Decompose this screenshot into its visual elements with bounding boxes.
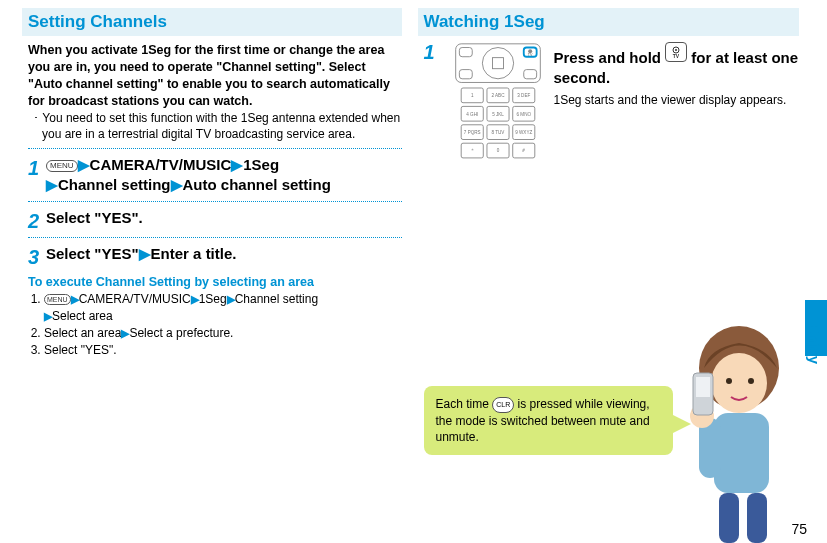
svg-point-37: [711, 353, 767, 413]
arrow-icon: ▶: [171, 176, 183, 193]
arrow-icon: ▶: [227, 293, 235, 305]
arrow-icon: ▶: [191, 293, 199, 305]
menu-icon: MENU: [46, 160, 78, 172]
section-bar-left: Setting Channels: [22, 8, 402, 36]
sub-step-3: Select "YES".: [44, 342, 402, 359]
sub-step-1: MENU▶CAMERA/TV/MUSIC▶1Seg▶Channel settin…: [44, 291, 402, 325]
separator: [28, 148, 402, 149]
bullet-text-content: You need to set this function with the 1…: [42, 111, 400, 141]
separator: [28, 201, 402, 202]
svg-rect-45: [719, 493, 739, 543]
svg-text:TV: TV: [673, 53, 680, 59]
svg-point-34: [675, 49, 677, 51]
sub2-a: Select an area: [44, 326, 121, 340]
speech-a: Each time: [436, 397, 493, 411]
step1-part-b: 1Seg: [243, 156, 279, 173]
right-step-main: Press and hold TV for at least one secon…: [554, 42, 800, 87]
svg-text:7 PQRS: 7 PQRS: [463, 130, 480, 135]
svg-text:5 JKL: 5 JKL: [492, 112, 504, 117]
tv-button-icon: TV: [665, 42, 687, 62]
menu-icon: MENU: [44, 294, 71, 305]
step3-part-b: Enter a title.: [151, 245, 237, 262]
step-2-body: Select "YES".: [46, 208, 143, 228]
bullet-text: ･ You need to set this function with the…: [42, 110, 402, 142]
step-1: 1 MENU▶CAMERA/TV/MUSIC▶1Seg ▶Channel set…: [28, 155, 402, 196]
right-step-text: Press and hold TV for at least one secon…: [554, 42, 800, 109]
step1-text-a: Press and hold: [554, 49, 666, 66]
step-number: 2: [28, 208, 46, 231]
svg-rect-2: [492, 58, 503, 69]
svg-point-38: [726, 378, 732, 384]
sub-heading: To execute Channel Setting by selecting …: [28, 275, 402, 289]
step-3: 3 Select "YES"▶Enter a title.: [28, 244, 402, 267]
right-step-1: 1 TV: [424, 42, 800, 165]
phone-keypad-icon: TV 12 ABC3 DEF 4 GHI5 JKL6 MNO 7 PQRS8 T…: [452, 42, 544, 165]
arrow-icon: ▶: [231, 156, 243, 173]
arrow-icon: ▶: [46, 176, 58, 193]
sub1-b: 1Seg: [199, 292, 227, 306]
step-1-body: MENU▶CAMERA/TV/MUSIC▶1Seg ▶Channel setti…: [46, 155, 331, 196]
speech-bubble: Each time CLR is pressed while viewing, …: [424, 386, 673, 455]
step-number: 1: [424, 42, 442, 62]
sub1-d: Select area: [52, 309, 113, 323]
sub-step-2: Select an area▶Select a prefecture.: [44, 325, 402, 342]
sub2-b: Select a prefecture.: [129, 326, 233, 340]
svg-text:1: 1: [470, 93, 473, 98]
arrow-icon: ▶: [78, 156, 90, 173]
svg-rect-46: [747, 493, 767, 543]
clr-button-icon: CLR: [492, 397, 514, 412]
svg-text:0: 0: [496, 148, 499, 153]
step3-part-a: Select "YES": [46, 245, 139, 262]
svg-text:＃: ＃: [521, 148, 526, 153]
svg-rect-7: [459, 70, 472, 79]
section-title-right: Watching 1Seg: [424, 12, 545, 31]
svg-text:4 GHI: 4 GHI: [466, 112, 478, 117]
separator: [28, 237, 402, 238]
svg-text:8 TUV: 8 TUV: [491, 130, 505, 135]
sub1-a: CAMERA/TV/MUSIC: [79, 292, 191, 306]
svg-rect-8: [523, 70, 536, 79]
svg-text:＊: ＊: [469, 148, 474, 153]
intro-text: When you activate 1Seg for the first tim…: [28, 42, 402, 110]
step1-part-d: Auto channel setting: [183, 176, 331, 193]
sub1-c: Channel setting: [235, 292, 318, 306]
step-number: 3: [28, 244, 46, 267]
step-3-body: Select "YES"▶Enter a title.: [46, 244, 236, 264]
step1-part-c: Channel setting: [58, 176, 171, 193]
section-title-left: Setting Channels: [28, 12, 167, 31]
character-illustration: [659, 313, 809, 543]
arrow-icon: ▶: [139, 245, 151, 262]
svg-text:3 DEF: 3 DEF: [517, 93, 530, 98]
page-number: 75: [791, 521, 807, 537]
svg-rect-3: [459, 48, 472, 57]
right-step-sub: 1Seg starts and the viewer display appea…: [554, 93, 800, 109]
arrow-icon: ▶: [44, 310, 52, 322]
svg-text:2 ABC: 2 ABC: [491, 93, 505, 98]
step-2: 2 Select "YES".: [28, 208, 402, 231]
svg-rect-40: [714, 413, 769, 493]
side-label: Enjoy: [806, 323, 823, 364]
svg-text:9 WXYZ: 9 WXYZ: [515, 130, 532, 135]
arrow-icon: ▶: [71, 293, 79, 305]
svg-text:TV: TV: [527, 53, 532, 57]
svg-text:6 MNO: 6 MNO: [516, 112, 531, 117]
step1-part-a: CAMERA/TV/MUSIC: [90, 156, 232, 173]
section-bar-right: Watching 1Seg: [418, 8, 800, 36]
sub-steps-list: MENU▶CAMERA/TV/MUSIC▶1Seg▶Channel settin…: [28, 291, 402, 358]
svg-rect-44: [696, 377, 710, 397]
step-number: 1: [28, 155, 46, 178]
svg-point-39: [748, 378, 754, 384]
